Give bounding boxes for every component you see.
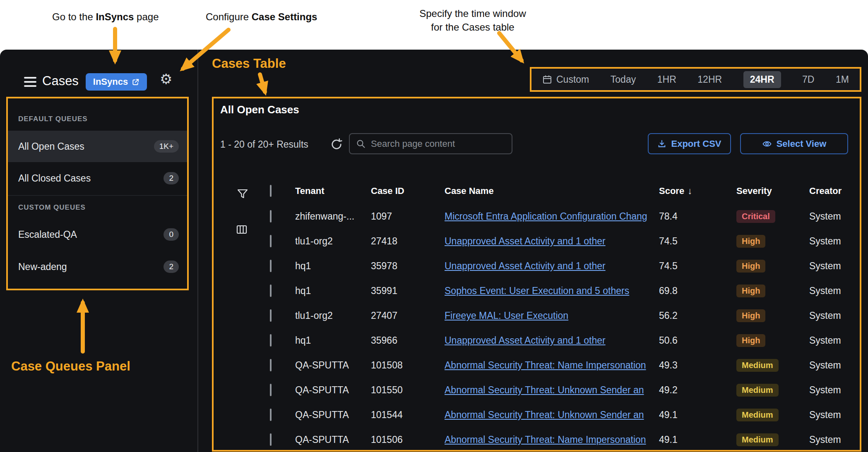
table-row: QA-SPUTTA 101550 Abnormal Security Threa… (270, 378, 861, 402)
row-checkbox[interactable] (270, 210, 272, 222)
queue-label: New-adeng (18, 261, 67, 273)
time-option-7d[interactable]: 7D (802, 74, 814, 85)
tenant-cell: QA-SPUTTA (295, 409, 371, 421)
section-label-custom-queues: CUSTOM QUEUES (18, 203, 86, 212)
tenant-cell: QA-SPUTTA (295, 385, 371, 396)
case-id-cell: 27407 (371, 310, 445, 321)
severity-badge: High (736, 235, 765, 248)
table-header-row: Tenant Case ID Case Name Score↓ Severity… (270, 182, 861, 200)
queue-count-badge: 0 (164, 228, 179, 241)
settings-gear-icon[interactable]: ⚙ (160, 72, 172, 86)
table-row: zhifenwang-... 1097 Microsoft Entra Appl… (270, 204, 861, 229)
column-header-creator[interactable]: Creator (809, 186, 861, 196)
time-option-1m[interactable]: 1M (836, 74, 849, 85)
case-name-link[interactable]: Unapproved Asset Activity and 1 other (445, 335, 654, 346)
creator-cell: System (809, 285, 861, 297)
score-cell: 74.5 (659, 261, 736, 272)
note-settings: Configure Case Settings (206, 10, 317, 24)
creator-cell: System (809, 335, 861, 346)
row-checkbox[interactable] (270, 384, 272, 396)
time-option-12hr[interactable]: 12HR (697, 74, 722, 85)
sidebar-item-escalated-qa[interactable]: Escalated-QA 0 (6, 219, 189, 250)
sidebar-item-all-open-cases[interactable]: All Open Cases 1K+ (6, 131, 189, 162)
case-name-link[interactable]: Abnormal Security Threat: Name Impersona… (445, 360, 654, 371)
case-name-link[interactable]: Abnormal Security Threat: Unknown Sender… (445, 385, 654, 396)
time-option-24hr[interactable]: 24HR (743, 71, 781, 88)
filter-icon[interactable] (236, 188, 249, 200)
queue-count-badge: 2 (164, 172, 179, 184)
row-checkbox[interactable] (270, 359, 272, 371)
case-name-link[interactable]: Sophos Event: User Execution and 5 other… (445, 285, 654, 297)
row-checkbox[interactable] (270, 433, 272, 446)
score-cell: 49.1 (659, 434, 736, 445)
creator-cell: System (809, 236, 861, 247)
case-name-link[interactable]: Abnormal Security Threat: Unknown Sender… (445, 409, 654, 421)
column-header-case-id[interactable]: Case ID (371, 186, 445, 196)
table-row: hq1 35991 Sophos Event: User Execution a… (270, 278, 861, 303)
row-checkbox[interactable] (270, 285, 272, 297)
row-checkbox[interactable] (270, 309, 272, 322)
insyncs-button[interactable]: InSyncs (86, 73, 147, 91)
table-row: hq1 35966 Unapproved Asset Activity and … (270, 328, 861, 353)
queue-label: All Open Cases (18, 141, 84, 152)
case-name-link[interactable]: Fireeye MAL: User Execution (445, 310, 654, 321)
columns-icon[interactable] (236, 223, 248, 236)
refresh-icon[interactable] (330, 138, 343, 151)
creator-cell: System (809, 434, 861, 445)
case-id-cell: 101550 (371, 385, 445, 396)
creator-cell: System (809, 211, 861, 222)
score-cell: 50.6 (659, 335, 736, 346)
column-header-tenant[interactable]: Tenant (295, 186, 371, 196)
severity-badge: Medium (736, 384, 779, 397)
creator-cell: System (809, 360, 861, 371)
time-option-1hr[interactable]: 1HR (657, 74, 676, 85)
tenant-cell: hq1 (295, 261, 371, 272)
caption-case-queues-panel: Case Queues Panel (11, 359, 130, 374)
row-checkbox[interactable] (270, 260, 272, 272)
column-header-case-name[interactable]: Case Name (445, 186, 659, 196)
queue-count-badge: 2 (164, 261, 179, 273)
case-name-link[interactable]: Microsoft Entra Application Configuratio… (445, 211, 654, 222)
menu-icon[interactable] (24, 77, 36, 87)
score-cell: 69.8 (659, 285, 736, 297)
queue-count-badge: 1K+ (154, 140, 179, 153)
table-body: zhifenwang-... 1097 Microsoft Entra Appl… (270, 204, 861, 452)
case-id-cell: 35978 (371, 261, 445, 272)
tenant-cell: tlu1-org2 (295, 236, 371, 247)
case-name-link[interactable]: Unapproved Asset Activity and 1 other (445, 261, 654, 272)
table-row: QA-SPUTTA 101508 Abnormal Security Threa… (270, 353, 861, 378)
select-view-button[interactable]: Select View (740, 133, 848, 154)
creator-cell: System (809, 310, 861, 321)
app-window: Cases InSyncs ⚙ DEFAULT QUEUES All Open … (0, 50, 868, 452)
sidebar-item-all-closed-cases[interactable]: All Closed Cases 2 (6, 163, 189, 194)
page-title: Cases (42, 74, 79, 88)
row-checkbox[interactable] (270, 334, 272, 347)
row-checkbox[interactable] (270, 235, 272, 247)
case-name-link[interactable]: Unapproved Asset Activity and 1 other (445, 236, 654, 247)
score-cell: 56.2 (659, 310, 736, 321)
row-checkbox[interactable] (270, 409, 272, 421)
column-header-score[interactable]: Score↓ (659, 186, 736, 196)
case-id-cell: 35966 (371, 335, 445, 346)
search-input[interactable] (371, 139, 505, 149)
column-header-severity[interactable]: Severity (736, 186, 809, 196)
severity-badge: High (736, 334, 765, 347)
severity-badge: High (736, 260, 765, 273)
sidebar: Cases InSyncs ⚙ DEFAULT QUEUES All Open … (0, 50, 198, 452)
time-option-today[interactable]: Today (611, 74, 636, 85)
tenant-cell: QA-SPUTTA (295, 360, 371, 371)
case-name-link[interactable]: Abnormal Security Threat: Name Impersona… (445, 434, 654, 445)
time-option-custom[interactable]: Custom (542, 74, 589, 85)
insyncs-button-label: InSyncs (93, 77, 128, 87)
download-icon (657, 139, 666, 148)
case-id-cell: 27418 (371, 236, 445, 247)
case-id-cell: 101506 (371, 434, 445, 445)
severity-badge: Critical (736, 210, 775, 223)
export-csv-button[interactable]: Export CSV (648, 133, 731, 154)
table-title: All Open Cases (220, 103, 299, 116)
sidebar-item-new-adeng[interactable]: New-adeng 2 (6, 251, 189, 282)
creator-cell: System (809, 409, 861, 421)
select-all-checkbox[interactable] (270, 185, 272, 197)
cases-table-panel: All Open Cases 1 - 20 of 20+ Results (212, 97, 861, 452)
table-row: QA-SPUTTA 101544 Abnormal Security Threa… (270, 402, 861, 427)
